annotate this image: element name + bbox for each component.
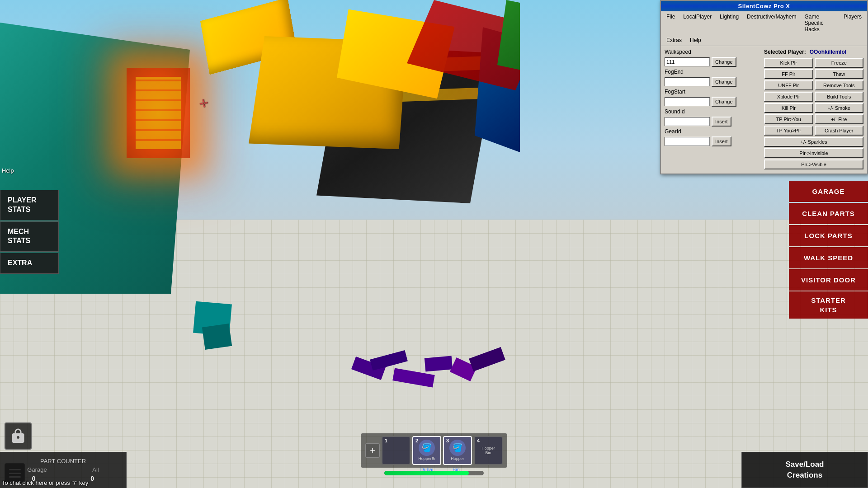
floor-block-teal2: [202, 324, 232, 350]
pro-title-bar: SilentCowz Pro X: [661, 1, 867, 11]
gearid-input-row: Insert: [665, 136, 760, 146]
lock-icon-button[interactable]: [5, 422, 32, 450]
health-bar: [384, 471, 484, 475]
starter-kits-button[interactable]: STARTER KITS: [789, 291, 868, 319]
selected-player-row: Selected Player: OOohkillemlol: [764, 49, 863, 55]
hotbar-slot-num-4: 4: [477, 438, 480, 443]
menu-localplayer[interactable]: LocalPlayer: [679, 13, 715, 33]
soundid-input[interactable]: [665, 117, 710, 126]
walkspeed-input[interactable]: [665, 57, 710, 66]
fire-btn[interactable]: +/- Fire: [815, 114, 864, 124]
help-text: Help: [2, 167, 14, 174]
garage-button[interactable]: GARAGE: [789, 181, 868, 202]
chat-hint[interactable]: To chat click here or press "/" key: [2, 479, 88, 486]
garage-label: Garage: [27, 466, 47, 473]
player-btns-row9: Plr->Invisible: [764, 148, 863, 158]
save-load-button[interactable]: Save/Load Creations: [741, 452, 868, 488]
tp-plr-you-btn[interactable]: TP Plr>You: [764, 114, 813, 124]
hotbar-slot-label-4: Hopper Bin: [481, 446, 495, 455]
freeze-btn[interactable]: Freeze: [815, 58, 864, 68]
hotbar-slot-label-2: HopperBi: [418, 457, 435, 461]
hotbar-slot-2[interactable]: 2 🪣 HopperBi Dubai: [412, 436, 441, 465]
pro-header-row: Walkspeed Change FogEnd Change FogStart: [665, 49, 863, 171]
player-btns-row5: Kill Plr +/- Smoke: [764, 103, 863, 113]
build-tools-btn[interactable]: Build Tools: [815, 92, 864, 102]
kick-plr-btn[interactable]: Kick Plr: [764, 58, 813, 68]
player-btns-row10: Plr->Visible: [764, 160, 863, 169]
pro-panel: SilentCowz Pro X File LocalPlayer Lighti…: [660, 0, 868, 174]
pro-menu-bar-2: Extras Help: [661, 35, 867, 46]
thaw-btn[interactable]: Thaw: [815, 69, 864, 79]
fogstart-input-row: Change: [665, 97, 760, 107]
player-btns-row4: Xplode Plr Build Tools: [764, 92, 863, 102]
walk-speed-button[interactable]: WALK SPEED: [789, 247, 868, 268]
floor-block-purple4: [425, 356, 453, 371]
selected-label: Selected Player:: [764, 49, 806, 55]
fogstart-row: FogStart: [665, 89, 760, 95]
player-btns-row8: +/- Sparkles: [764, 137, 863, 147]
soundid-insert-btn[interactable]: Insert: [712, 117, 731, 127]
hotbar-slot-4[interactable]: 4 Hopper Bin: [474, 436, 503, 465]
ff-plr-btn[interactable]: FF Plr: [764, 69, 813, 79]
visitor-door-button[interactable]: VISITOR DOOR: [789, 269, 868, 291]
menu-gamehacks[interactable]: Game Specific Hacks: [801, 13, 839, 33]
fogend-change-btn[interactable]: Change: [712, 77, 736, 87]
soundid-label: SoundId: [665, 108, 696, 115]
pro-right-col: Selected Player: OOohkillemlol Kick Plr …: [764, 49, 863, 171]
gearid-insert-btn[interactable]: Insert: [712, 136, 731, 146]
xplode-plr-btn[interactable]: Xplode Plr: [764, 92, 813, 102]
fogend-label: FogEnd: [665, 69, 696, 75]
menu-file[interactable]: File: [663, 13, 679, 33]
player-btns-row6: TP Plr>You +/- Fire: [764, 114, 863, 124]
lock-parts-button[interactable]: LOCK PARTS: [789, 225, 868, 246]
pro-menu-bar: File LocalPlayer Lighting Destructive/Ma…: [661, 11, 867, 35]
extra-button[interactable]: EXTRA: [0, 253, 59, 274]
clean-parts-button[interactable]: CLEAN PARTS: [789, 203, 868, 224]
walkspeed-change-btn[interactable]: Change: [712, 57, 736, 67]
fogstart-change-btn[interactable]: Change: [712, 97, 736, 107]
hotbar-add-button[interactable]: +: [365, 443, 380, 458]
hotbar-slot-label-3: Hopper: [451, 457, 464, 461]
soundid-input-row: Insert: [665, 117, 760, 127]
hotbar: + 1 2 🪣 HopperBi Dubai 3 🪣 Hopper Bin_ 4…: [361, 433, 507, 468]
hotbar-icon-3: 🪣: [449, 440, 466, 456]
hotbar-slot-num-1: 1: [385, 438, 387, 443]
fogend-input-row: Change: [665, 77, 760, 87]
left-sidebar: PLAYER STATS MECH STATS EXTRA: [0, 190, 59, 274]
remove-tools-btn[interactable]: Remove Tools: [815, 80, 864, 90]
tp-you-plr-btn[interactable]: TP You>Plr: [764, 126, 813, 136]
menu-destructive[interactable]: Destructive/Mayhem: [743, 13, 800, 33]
menu-extras[interactable]: Extras: [663, 36, 685, 44]
unff-plr-btn[interactable]: UNFF Plr: [764, 80, 813, 90]
hotbar-slot-num-3: 3: [446, 438, 449, 443]
fogend-input[interactable]: [665, 77, 710, 86]
soundid-row: SoundId: [665, 108, 760, 115]
crash-player-btn[interactable]: Crash Player: [815, 126, 864, 136]
plr-visible-btn[interactable]: Plr->Visible: [764, 160, 863, 169]
gearid-input[interactable]: [665, 137, 710, 146]
fogend-row: FogEnd: [665, 69, 760, 75]
pro-left-col: Walkspeed Change FogEnd Change FogStart: [665, 49, 760, 148]
yellow-mech-structure: [158, 0, 520, 226]
player-btns-row7: TP You>Plr Crash Player: [764, 126, 863, 136]
plr-invisible-btn[interactable]: Plr->Invisible: [764, 148, 863, 158]
mech-stats-button[interactable]: MECH STATS: [0, 221, 59, 252]
kill-plr-btn[interactable]: Kill Plr: [764, 103, 813, 113]
player-btns-row3: UNFF Plr Remove Tools: [764, 80, 863, 90]
all-label: All: [92, 466, 99, 473]
menu-players[interactable]: Players: [840, 13, 865, 33]
menu-help[interactable]: Help: [686, 36, 705, 44]
hotbar-slot-3[interactable]: 3 🪣 Hopper Bin_: [443, 436, 472, 465]
pro-title: SilentCowz Pro X: [738, 3, 790, 9]
smoke-btn[interactable]: +/- Smoke: [815, 103, 864, 113]
lock-icon: [10, 428, 26, 444]
menu-lighting[interactable]: Lighting: [716, 13, 742, 33]
hotbar-icon-2: 🪣: [419, 440, 435, 456]
fogstart-input[interactable]: [665, 97, 710, 106]
walkspeed-row: Walkspeed: [665, 49, 760, 55]
pro-content: Walkspeed Change FogEnd Change FogStart: [661, 46, 867, 174]
hotbar-slot-1[interactable]: 1: [382, 436, 410, 465]
player-stats-button[interactable]: PLAYER STATS: [0, 190, 59, 221]
sparkles-btn[interactable]: +/- Sparkles: [764, 137, 863, 147]
walkspeed-input-row: Change: [665, 57, 760, 67]
